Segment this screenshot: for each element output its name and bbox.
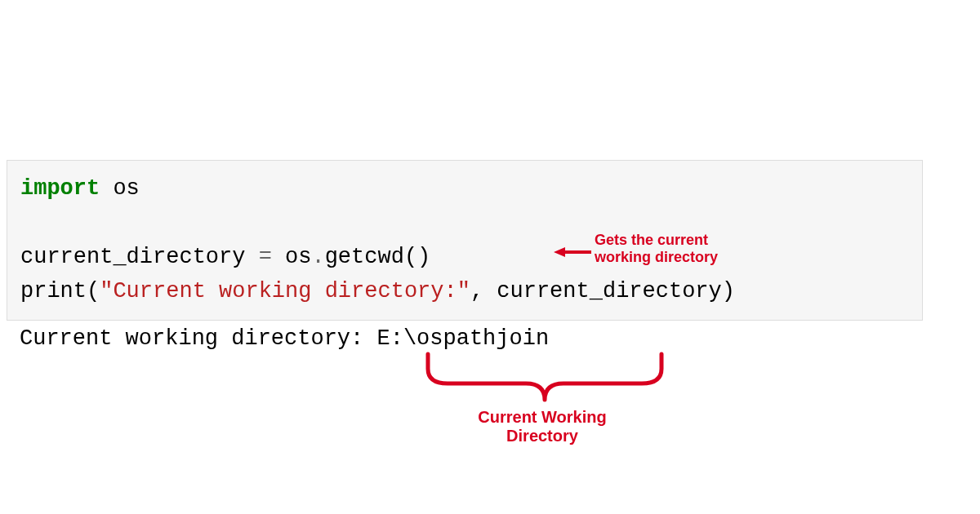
svg-marker-1 xyxy=(554,247,565,257)
annotation-getcwd-line2: working directory xyxy=(595,249,718,266)
close-paren: ) xyxy=(722,279,735,304)
arrow-left-icon xyxy=(554,246,591,258)
code-line-1: import os xyxy=(20,172,909,206)
annotation-cwd-line2: Directory xyxy=(452,427,632,445)
equals-op: = xyxy=(259,245,272,269)
dot-op: . xyxy=(311,245,324,269)
annotation-getcwd-line1: Gets the current xyxy=(595,232,718,249)
code-block: import os current_directory = os.getcwd(… xyxy=(7,160,923,321)
getcwd-call: getcwd() xyxy=(325,245,431,269)
print-call: print xyxy=(20,279,87,304)
annotation-cwd: Current Working Directory xyxy=(452,408,632,445)
os-ref: os xyxy=(272,245,312,269)
var-current-directory: current_directory xyxy=(20,245,259,269)
string-literal: "Current working directory:" xyxy=(100,279,470,304)
arg-current-directory: current_directory xyxy=(483,279,722,304)
code-line-2: current_directory = os.getcwd() xyxy=(20,241,909,275)
open-paren: ( xyxy=(87,279,100,304)
annotation-cwd-line1: Current Working xyxy=(452,408,632,427)
output-line: Current working directory: E:\ospathjoin xyxy=(20,326,549,351)
curly-brace-icon xyxy=(423,351,666,405)
annotation-getcwd: Gets the current working directory xyxy=(595,232,718,265)
keyword-import: import xyxy=(20,176,100,201)
module-os: os xyxy=(100,176,140,201)
comma: , xyxy=(470,279,483,304)
code-line-3: print("Current working directory:", curr… xyxy=(20,275,909,309)
blank-line xyxy=(20,206,909,241)
